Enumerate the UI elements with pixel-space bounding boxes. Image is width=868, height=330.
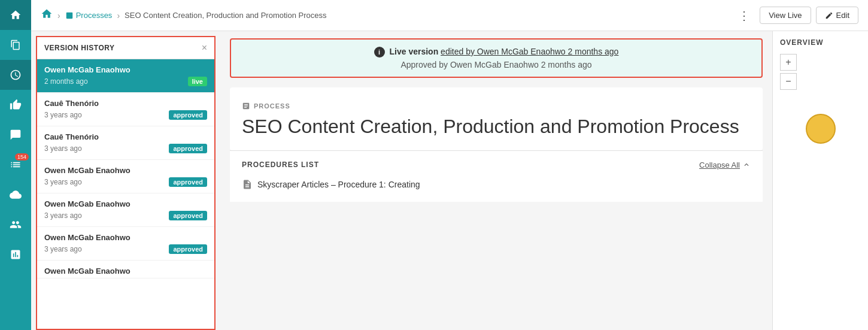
version-time: 3 years ago bbox=[44, 178, 82, 186]
sidebar-item-chart[interactable] bbox=[0, 240, 31, 270]
breadcrumb-sep-1: › bbox=[57, 11, 60, 20]
sidebar-item-copy[interactable] bbox=[0, 30, 31, 60]
edit-button[interactable]: Edit bbox=[816, 7, 858, 24]
procedure-item[interactable]: Skyscraper Articles – Procedure 1: Creat… bbox=[242, 177, 751, 192]
version-time: 3 years ago bbox=[44, 144, 82, 153]
version-author: Owen McGab Enaohwo bbox=[44, 199, 207, 208]
version-panel-header: VERSION HISTORY × bbox=[37, 37, 214, 59]
breadcrumb-processes[interactable]: Processes bbox=[65, 11, 113, 20]
overview-zoom-buttons: + − bbox=[780, 54, 861, 90]
version-list: Owen McGab Enaohwo 2 months ago live Cau… bbox=[37, 59, 214, 329]
version-item[interactable]: Cauê Thenório 3 years ago approved bbox=[37, 126, 214, 160]
procedures-title: PROCEDURES LIST bbox=[242, 161, 319, 169]
version-badge-approved: approved bbox=[169, 177, 207, 187]
version-item[interactable]: Owen McGab Enaohwo 3 years ago approved bbox=[37, 227, 214, 261]
collapse-all-button[interactable]: Collapse All bbox=[699, 161, 751, 169]
sidebar-item-thumbsup[interactable] bbox=[0, 90, 31, 120]
version-author: Owen McGab Enaohwo bbox=[44, 267, 207, 275]
sidebar-item-clock[interactable] bbox=[0, 60, 31, 90]
live-banner-line2: Approved by Owen McGab Enaohwo 2 months … bbox=[243, 60, 749, 69]
more-options-button[interactable]: ⋮ bbox=[733, 6, 755, 25]
version-author: Owen McGab Enaohwo bbox=[44, 166, 207, 175]
version-author: Owen McGab Enaohwo bbox=[44, 65, 207, 74]
version-badge-live: live bbox=[188, 77, 207, 86]
version-item[interactable]: Cauê Thenório 3 years ago approved bbox=[37, 93, 214, 126]
live-banner-suffix[interactable]: edited by Owen McGab Enaohwo 2 months ag… bbox=[441, 47, 618, 56]
version-badge-approved: approved bbox=[169, 211, 207, 220]
overview-minimap-dot bbox=[806, 114, 836, 144]
overview-panel: OVERVIEW + − bbox=[772, 31, 868, 330]
version-item[interactable]: Owen McGab Enaohwo 3 years ago approved bbox=[37, 193, 214, 227]
version-badge-approved: approved bbox=[169, 110, 207, 120]
sidebar-item-cloud[interactable] bbox=[0, 180, 31, 210]
version-panel-close-button[interactable]: × bbox=[202, 43, 207, 53]
live-version-banner: i Live version edited by Owen McGab Enao… bbox=[230, 38, 763, 78]
version-author: Owen McGab Enaohwo bbox=[44, 233, 207, 242]
version-panel-title: VERSION HISTORY bbox=[44, 44, 115, 52]
topbar: › Processes › SEO Content Creation, Prod… bbox=[31, 0, 868, 31]
home-button[interactable] bbox=[41, 8, 53, 23]
info-icon: i bbox=[374, 47, 385, 57]
procedures-section: PROCEDURES LIST Collapse All Skyscraper … bbox=[230, 150, 763, 202]
list-badge: 154 bbox=[15, 153, 29, 161]
view-live-button[interactable]: View Live bbox=[760, 7, 811, 24]
version-item[interactable]: Owen McGab Enaohwo 2 months ago live bbox=[37, 59, 214, 93]
version-author: Cauê Thenório bbox=[44, 99, 207, 108]
version-item[interactable]: Owen McGab Enaohwo 3 years ago approved bbox=[37, 160, 214, 193]
sidebar-item-chat[interactable] bbox=[0, 120, 31, 150]
zoom-out-button[interactable]: − bbox=[780, 73, 797, 90]
live-banner-bold: Live version bbox=[390, 47, 439, 56]
page-content: i Live version edited by Owen McGab Enao… bbox=[220, 31, 772, 330]
content-body: VERSION HISTORY × Owen McGab Enaohwo 2 m… bbox=[31, 31, 868, 330]
version-time: 2 months ago bbox=[44, 77, 88, 86]
breadcrumb-current: SEO Content Creation, Production and Pro… bbox=[125, 11, 326, 20]
version-time: 3 years ago bbox=[44, 211, 82, 220]
live-banner-line1: i Live version edited by Owen McGab Enao… bbox=[243, 47, 749, 57]
sidebar-item-home[interactable] bbox=[0, 0, 31, 30]
version-history-panel: VERSION HISTORY × Owen McGab Enaohwo 2 m… bbox=[36, 36, 216, 330]
version-item[interactable]: Owen McGab Enaohwo bbox=[37, 261, 214, 278]
sidebar: 154 bbox=[0, 0, 31, 330]
version-badge-approved: approved bbox=[169, 244, 207, 254]
main-content: › Processes › SEO Content Creation, Prod… bbox=[31, 0, 868, 330]
overview-title: OVERVIEW bbox=[780, 38, 861, 47]
version-time: 3 years ago bbox=[44, 245, 82, 253]
version-badge-approved: approved bbox=[169, 144, 207, 153]
zoom-in-button[interactable]: + bbox=[780, 54, 797, 71]
version-author: Cauê Thenório bbox=[44, 132, 207, 141]
sidebar-item-users[interactable] bbox=[0, 210, 31, 240]
procedures-header: PROCEDURES LIST Collapse All bbox=[242, 161, 751, 169]
process-label: PROCESS bbox=[242, 102, 751, 110]
breadcrumb-sep-2: › bbox=[117, 11, 120, 20]
version-time: 3 years ago bbox=[44, 111, 82, 119]
procedure-item-label: Skyscraper Articles – Procedure 1: Creat… bbox=[257, 180, 420, 189]
process-section: PROCESS SEO Content Creation, Production… bbox=[230, 87, 763, 150]
sidebar-item-list[interactable]: 154 bbox=[0, 150, 31, 180]
process-title: SEO Content Creation, Production and Pro… bbox=[242, 115, 751, 150]
